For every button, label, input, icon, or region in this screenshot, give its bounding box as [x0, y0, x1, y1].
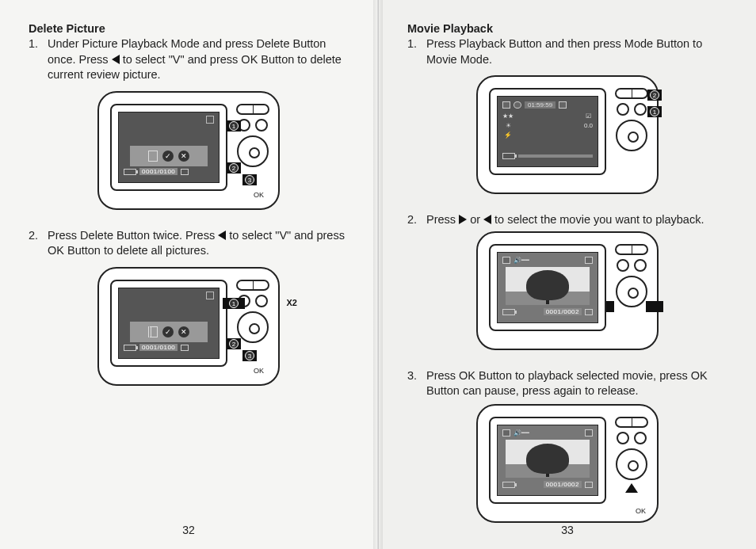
small-button-2 — [255, 295, 268, 307]
movie-icon — [502, 257, 510, 264]
left-arrow-icon — [483, 215, 491, 224]
step2-text-a: Press Delete Button twice. Press — [48, 229, 218, 242]
callout-1: 1 — [227, 120, 241, 132]
rec-icon — [514, 101, 521, 109]
zoom-rocker — [615, 417, 648, 428]
step-number: 2. — [29, 228, 48, 259]
ok-label: OK — [254, 367, 264, 375]
right-title: Movie Playback — [407, 22, 727, 35]
right-figure-1: 01:59:59 ★★ ☀ ⚡ ☑ 0.0 — [407, 75, 727, 196]
frame-counter: 0001/0100 — [139, 344, 178, 351]
camera-controls — [613, 417, 651, 480]
small-button-2 — [634, 103, 647, 116]
battery-icon — [502, 309, 515, 315]
confirm-icon: ✓ — [162, 151, 174, 162]
small-button-1 — [617, 259, 629, 272]
step-text: Press or to select the movie you want to… — [426, 212, 727, 228]
page-number-right: 33 — [561, 524, 574, 536]
step2-text-a: Press — [426, 213, 459, 226]
quality-icon: ★★ — [502, 112, 514, 120]
callout-2: 2 — [227, 338, 241, 349]
top-icons: 🔊━━ — [502, 429, 593, 438]
step2-text-b: or — [470, 213, 483, 226]
small-button-2 — [634, 432, 647, 444]
picture-icon — [181, 345, 189, 351]
callout-1: 1 — [647, 106, 662, 117]
small-button-2 — [634, 259, 647, 272]
ev-icon: ☑ — [584, 112, 593, 120]
step-text: Press OK Button to playback selected mov… — [426, 368, 727, 399]
top-bar — [124, 116, 214, 125]
camera-screen: 🔊━━ 0001/0002 — [489, 244, 606, 331]
left-arrow-icon — [218, 231, 226, 240]
battery-icon — [502, 153, 515, 159]
wb-icon: ☀ — [502, 122, 514, 129]
delete-dialog: ✓ ✕ — [130, 322, 208, 342]
progress-bar — [518, 154, 593, 158]
camera-diagram: ✓ ✕ 0001/0100 1 2 — [97, 91, 280, 210]
time-bar: 01:59:59 — [502, 100, 593, 109]
camera-diagram: ✓ ✕ 0001/0100 1 X — [97, 267, 280, 386]
dpad — [616, 448, 647, 480]
page-left: Delete Picture 1. Under Picture Playback… — [0, 0, 378, 549]
left-step-1: 1. Under Picture Playback Mode and press… — [29, 36, 349, 83]
right-arrow-icon — [459, 215, 467, 224]
small-button-1 — [617, 432, 629, 444]
dpad — [237, 135, 269, 167]
top-icons: 🔊━━ — [502, 256, 593, 265]
movie-thumbnail — [506, 440, 590, 478]
card-icon — [585, 429, 593, 437]
dpad — [616, 276, 647, 307]
step-number: 1. — [407, 36, 426, 67]
step-number: 1. — [29, 36, 48, 83]
timecode: 01:59:59 — [525, 101, 556, 109]
flash-icon: ⚡ — [502, 132, 514, 139]
picture-icon — [181, 169, 189, 175]
screen-content: 01:59:59 ★★ ☀ ⚡ ☑ 0.0 — [497, 96, 598, 167]
trash-multi-icon — [148, 326, 158, 337]
status-bar: 0001/0002 — [502, 307, 593, 318]
battery-icon — [124, 345, 136, 351]
left-title: Delete Picture — [29, 22, 349, 35]
ok-label: OK — [636, 507, 646, 515]
right-step-2: 2. Press or to select the movie you want… — [407, 212, 727, 228]
right-step-1: 1. Press Playback Button and then press … — [407, 36, 727, 67]
callout-3: 3 — [242, 350, 257, 361]
step-text: Under Picture Playback Mode and press De… — [48, 36, 349, 83]
ev-value: 0.0 — [584, 122, 593, 129]
step2-text-c: to select the movie you want to playback… — [494, 213, 704, 226]
callout-2: 2 — [227, 162, 241, 173]
callout-left — [606, 301, 614, 312]
status-bar: 0001/0002 — [502, 479, 593, 490]
card-icon — [585, 257, 593, 264]
right-figure-2: 🔊━━ 0001/0002 — [407, 231, 727, 353]
left-arrow-icon — [112, 55, 120, 64]
left-status-icons: ★★ ☀ ⚡ — [502, 112, 514, 139]
callout-right — [646, 301, 663, 312]
callout-1: 1 — [223, 298, 245, 309]
camera-screen: 🔊━━ 0001/0002 — [489, 417, 606, 504]
sound-icon: 🔊━━ — [514, 257, 529, 264]
screen-content: ✓ ✕ 0001/0100 — [118, 288, 220, 359]
x2-label: X2 — [287, 298, 297, 307]
top-bar — [124, 292, 214, 301]
frame-counter: 0001/0002 — [544, 481, 582, 488]
left-figure-1: ✓ ✕ 0001/0100 1 2 — [29, 91, 349, 212]
card-icon — [559, 101, 567, 109]
up-arrow-icon — [625, 483, 638, 493]
small-button-1 — [617, 103, 629, 116]
right-status-icons: ☑ 0.0 — [584, 112, 593, 129]
zoom-rocker — [615, 88, 648, 99]
camera-screen: ✓ ✕ 0001/0100 — [110, 280, 227, 367]
cancel-icon: ✕ — [178, 151, 189, 162]
status-bar: 0001/0100 — [124, 166, 214, 177]
step-number: 3. — [407, 368, 426, 399]
page-right: Movie Playback 1. Press Playback Button … — [378, 0, 756, 549]
zoom-rocker — [615, 244, 648, 255]
small-button-2 — [255, 119, 268, 132]
callout-3: 3 — [242, 174, 257, 185]
camera-screen: ✓ ✕ 0001/0100 — [110, 104, 227, 191]
movie-mode-icon — [585, 309, 593, 315]
confirm-icon: ✓ — [162, 326, 174, 337]
page-number-left: 32 — [182, 524, 195, 536]
